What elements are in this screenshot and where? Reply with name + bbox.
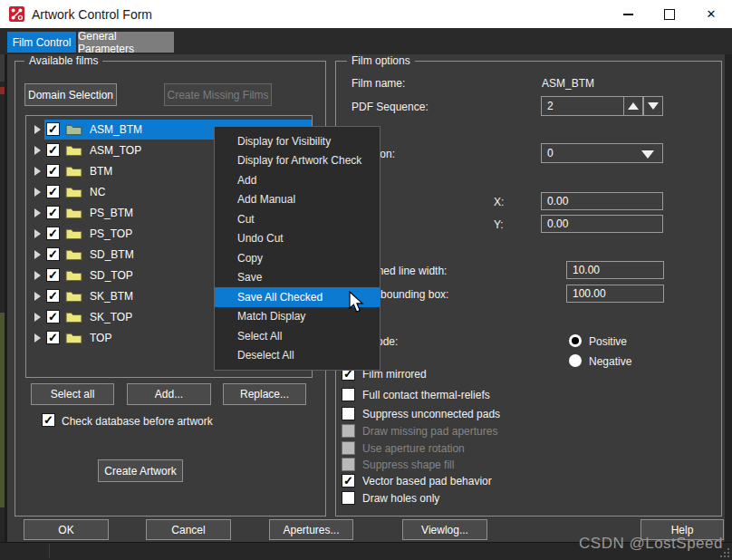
expand-arrow-icon[interactable] xyxy=(34,208,41,217)
check-database-label: Check database before artwork xyxy=(62,415,213,428)
context-menu-item[interactable]: Display for Visibility xyxy=(215,131,380,151)
context-menu-item[interactable]: Display for Artwork Check xyxy=(215,151,380,171)
option-checkbox-row[interactable]: Suppress unconnected pads xyxy=(342,407,500,420)
folder-icon xyxy=(65,311,82,323)
film-checkbox[interactable] xyxy=(46,164,60,178)
ok-button[interactable]: OK xyxy=(24,519,109,540)
folder-icon xyxy=(65,248,82,261)
option-label: Vector based pad behavior xyxy=(362,475,492,488)
film-label: PS_BTM xyxy=(90,207,133,219)
spin-up-icon xyxy=(628,102,639,110)
option-label: Draw missing pad apertures xyxy=(362,425,497,438)
create-artwork-button[interactable]: Create Artwork xyxy=(98,459,183,482)
expand-arrow-icon[interactable] xyxy=(34,146,41,155)
window-controls: ✕ xyxy=(607,0,732,28)
context-menu-item[interactable]: Add xyxy=(215,170,380,190)
context-menu-item[interactable]: Save xyxy=(215,268,380,288)
add-button[interactable]: Add... xyxy=(127,383,211,405)
rotation-dropdown[interactable]: 0 xyxy=(541,143,663,163)
context-menu-item[interactable]: Add Manual xyxy=(215,190,380,210)
folder-icon xyxy=(65,144,82,157)
spin-down-button[interactable] xyxy=(643,96,663,116)
watermark: CSDN @LostSpeed xyxy=(579,535,723,553)
film-name-label: Film name: xyxy=(352,77,405,90)
expand-arrow-icon[interactable] xyxy=(34,333,41,343)
app-icon xyxy=(9,6,24,22)
context-menu-item[interactable]: Deselect All xyxy=(215,346,380,366)
undefined-line-width-input[interactable]: 10.00 xyxy=(566,261,664,279)
radio-negative-label: Negative xyxy=(589,355,631,368)
expand-arrow-icon[interactable] xyxy=(34,229,41,238)
context-menu-item[interactable]: Undo Cut xyxy=(215,229,380,249)
replace-button[interactable]: Replace... xyxy=(223,383,306,405)
option-checkbox-row[interactable]: Full contact thermal-reliefs xyxy=(342,388,490,401)
background-canvas xyxy=(725,54,732,542)
film-label: ASM_BTM xyxy=(90,123,142,136)
film-checkbox[interactable] xyxy=(46,185,60,198)
option-label: Draw holes only xyxy=(362,492,439,505)
expand-arrow-icon[interactable] xyxy=(34,271,41,280)
option-checkbox[interactable] xyxy=(342,474,355,488)
folder-icon xyxy=(65,186,82,198)
expand-arrow-icon[interactable] xyxy=(34,125,41,134)
option-checkbox-row[interactable]: Vector based pad behavior xyxy=(342,474,492,488)
expand-arrow-icon[interactable] xyxy=(34,188,41,197)
film-checkbox[interactable] xyxy=(46,227,60,240)
pdf-sequence-input[interactable]: 2 xyxy=(541,96,625,116)
expand-arrow-icon[interactable] xyxy=(34,313,41,322)
option-checkbox[interactable] xyxy=(342,458,355,471)
film-checkbox[interactable] xyxy=(46,331,60,344)
film-checkbox[interactable] xyxy=(46,247,60,261)
option-checkbox[interactable] xyxy=(342,441,355,455)
folder-icon xyxy=(65,123,82,136)
film-checkbox[interactable] xyxy=(46,206,60,219)
apertures-button[interactable]: Apertures... xyxy=(269,519,353,540)
create-missing-films-button: Create Missing Films xyxy=(164,83,272,106)
option-checkbox[interactable] xyxy=(342,407,355,420)
film-checkbox[interactable] xyxy=(46,310,60,323)
radio-negative[interactable] xyxy=(569,354,582,367)
offset-x-label: X: xyxy=(494,196,504,208)
radio-positive[interactable] xyxy=(569,334,582,347)
film-checkbox[interactable] xyxy=(46,143,60,157)
folder-icon xyxy=(65,290,82,303)
offset-x-input[interactable]: 0.00 xyxy=(541,192,663,210)
context-menu-item[interactable]: Copy xyxy=(215,248,380,268)
option-checkbox[interactable] xyxy=(342,424,355,438)
select-all-button[interactable]: Select all xyxy=(31,383,114,405)
option-checkbox[interactable] xyxy=(342,388,355,401)
tab-general-parameters[interactable]: General Parameters xyxy=(78,32,174,53)
option-label: Use aperture rotation xyxy=(362,442,465,455)
background-canvas xyxy=(0,87,5,94)
cancel-button[interactable]: Cancel xyxy=(146,519,231,540)
viewlog-button[interactable]: Viewlog... xyxy=(402,519,487,540)
tab-film-control[interactable]: Film Control xyxy=(7,32,76,53)
context-menu-item[interactable]: Select All xyxy=(215,326,380,346)
maximize-button[interactable] xyxy=(649,0,690,28)
option-label: Full contact thermal-reliefs xyxy=(362,389,490,401)
offset-y-input[interactable]: 0.00 xyxy=(541,215,663,233)
option-checkbox-row: Draw missing pad apertures xyxy=(342,424,497,438)
offset-y-label: Y: xyxy=(494,218,504,231)
shape-bounding-box-input[interactable]: 100.00 xyxy=(566,285,664,303)
option-checkbox-row[interactable]: Draw holes only xyxy=(342,491,439,505)
domain-selection-button[interactable]: Domain Selection xyxy=(24,83,117,106)
titlebar[interactable]: Artwork Control Form ✕ xyxy=(0,0,732,28)
film-checkbox[interactable] xyxy=(46,122,60,136)
minimize-button[interactable] xyxy=(607,0,649,28)
expand-arrow-icon[interactable] xyxy=(34,250,41,259)
expand-arrow-icon[interactable] xyxy=(34,292,41,301)
spin-up-button[interactable] xyxy=(623,96,643,116)
context-menu: Display for VisibilityDisplay for Artwor… xyxy=(214,126,380,371)
close-button[interactable]: ✕ xyxy=(690,0,732,28)
film-checkbox[interactable] xyxy=(46,289,60,303)
film-options-group-label: Film options xyxy=(347,54,415,67)
option-checkbox-row: Suppress shape fill xyxy=(342,458,454,471)
film-checkbox[interactable] xyxy=(46,268,60,282)
option-checkbox[interactable] xyxy=(342,491,355,505)
folder-icon xyxy=(65,207,82,219)
mouse-cursor-icon xyxy=(348,291,368,314)
expand-arrow-icon[interactable] xyxy=(34,167,41,176)
context-menu-item[interactable]: Cut xyxy=(215,209,380,229)
check-database-checkbox[interactable] xyxy=(42,413,55,427)
